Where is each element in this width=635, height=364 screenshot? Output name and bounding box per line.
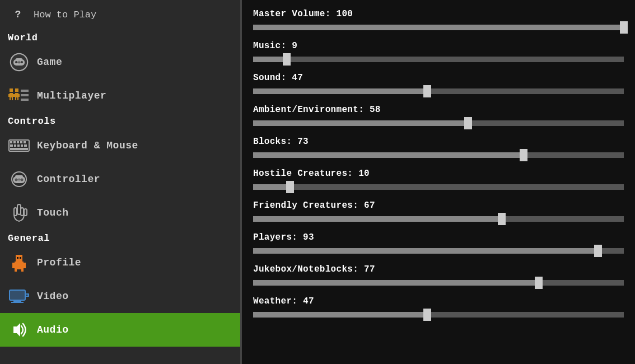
question-icon: ? <box>8 4 28 25</box>
audio-icon <box>8 319 30 341</box>
slider-track-weather[interactable] <box>253 309 624 320</box>
slider-label-friendly-creatures: Friendly Creatures: 67 <box>253 200 624 211</box>
svg-rect-27 <box>20 141 22 143</box>
sidebar-item-game[interactable]: Game <box>0 45 240 79</box>
svg-rect-3 <box>16 58 22 60</box>
svg-rect-28 <box>24 141 26 143</box>
svg-rect-41 <box>17 180 21 180</box>
slider-label-blocks: Blocks: 73 <box>253 137 624 147</box>
svg-rect-46 <box>16 255 22 262</box>
slider-track-jukebox[interactable] <box>253 277 624 288</box>
slider-track-players[interactable] <box>253 245 624 256</box>
svg-rect-22 <box>21 99 29 101</box>
svg-rect-51 <box>21 269 24 272</box>
slider-thumb-sound[interactable] <box>423 85 431 97</box>
slider-row-music: Music: 9 <box>253 41 624 65</box>
slider-row-blocks: Blocks: 73 <box>253 137 624 161</box>
svg-rect-24 <box>10 141 12 143</box>
svg-rect-25 <box>13 141 16 143</box>
svg-rect-32 <box>21 144 23 147</box>
slider-thumb-weather[interactable] <box>423 309 431 321</box>
svg-rect-52 <box>17 257 18 259</box>
general-section-header: General <box>0 230 240 246</box>
slider-row-master-volume: Master Volume: 100 <box>253 9 624 33</box>
slider-thumb-hostile-creatures[interactable] <box>286 181 294 193</box>
profile-icon <box>8 251 30 274</box>
svg-rect-31 <box>17 144 20 147</box>
sidebar-item-multiplayer[interactable]: Multiplayer <box>0 79 240 113</box>
svg-rect-47 <box>15 262 24 269</box>
slider-label-weather: Weather: 47 <box>253 296 624 306</box>
svg-rect-15 <box>15 93 18 97</box>
sidebar-item-audio[interactable]: Audio <box>0 313 240 347</box>
svg-rect-34 <box>10 148 28 150</box>
slider-label-ambient: Ambient/Environment: 58 <box>253 105 624 115</box>
slider-row-players: Players: 93 <box>253 232 624 256</box>
audio-label: Audio <box>37 324 69 335</box>
svg-rect-16 <box>14 94 15 97</box>
svg-rect-17 <box>18 94 20 97</box>
svg-point-39 <box>21 179 24 181</box>
svg-rect-10 <box>8 94 10 97</box>
slider-label-jukebox: Jukebox/Noteblocks: 77 <box>253 264 624 274</box>
svg-rect-55 <box>10 291 25 300</box>
slider-track-blocks[interactable] <box>253 150 624 161</box>
touch-label: Touch <box>37 207 69 218</box>
svg-rect-12 <box>10 97 11 100</box>
sidebar-item-controller[interactable]: Controller <box>0 162 240 196</box>
slider-label-players: Players: 93 <box>253 232 624 242</box>
profile-label: Profile <box>37 257 81 268</box>
slider-thumb-blocks[interactable] <box>520 149 527 161</box>
slider-thumb-music[interactable] <box>283 53 291 66</box>
slider-row-hostile-creatures: Hostile Creatures: 10 <box>253 169 624 193</box>
video-icon <box>8 285 30 307</box>
how-to-play-item[interactable]: ? How to Play <box>0 0 240 29</box>
slider-thumb-players[interactable] <box>594 245 602 257</box>
svg-rect-33 <box>24 144 27 147</box>
svg-rect-8 <box>10 88 13 92</box>
svg-rect-30 <box>14 144 16 147</box>
slider-row-jukebox: Jukebox/Noteblocks: 77 <box>253 264 624 288</box>
svg-rect-29 <box>10 144 13 147</box>
svg-rect-50 <box>15 269 17 272</box>
slider-thumb-friendly-creatures[interactable] <box>498 213 506 225</box>
svg-point-5 <box>21 61 23 63</box>
sidebar-item-profile[interactable]: Profile <box>0 246 240 279</box>
svg-rect-58 <box>9 292 10 298</box>
slider-row-weather: Weather: 47 <box>253 296 624 320</box>
slider-label-sound: Sound: 47 <box>253 73 624 83</box>
controller-label: Controller <box>37 174 100 185</box>
slider-label-music: Music: 9 <box>253 41 624 51</box>
sidebar-item-touch[interactable]: Touch <box>0 196 240 230</box>
svg-rect-7 <box>17 62 21 63</box>
slider-label-hostile-creatures: Hostile Creatures: 10 <box>253 169 624 179</box>
slider-label-master-volume: Master Volume: 100 <box>253 9 624 19</box>
sidebar-item-keyboard-mouse[interactable]: Keyboard & Mouse <box>0 129 240 162</box>
slider-track-sound[interactable] <box>253 86 624 97</box>
controls-section-header: Controls <box>0 113 240 129</box>
slider-track-master-volume[interactable] <box>253 22 624 33</box>
slider-track-hostile-creatures[interactable] <box>253 181 624 193</box>
svg-rect-43 <box>14 208 17 216</box>
sidebar: ? How to Play World Game <box>0 0 242 364</box>
slider-thumb-jukebox[interactable] <box>535 277 543 289</box>
slider-track-friendly-creatures[interactable] <box>253 213 624 225</box>
svg-rect-11 <box>13 94 14 97</box>
svg-marker-61 <box>13 323 20 337</box>
slider-thumb-ambient[interactable] <box>464 117 472 129</box>
sidebar-item-video[interactable]: Video <box>0 279 240 313</box>
svg-rect-53 <box>20 257 21 259</box>
multiplayer-icon <box>8 85 30 107</box>
slider-track-music[interactable] <box>253 54 624 65</box>
svg-rect-18 <box>15 97 16 100</box>
video-label: Video <box>37 291 69 302</box>
game-icon <box>8 51 30 73</box>
slider-row-friendly-creatures: Friendly Creatures: 67 <box>253 200 624 225</box>
slider-track-ambient[interactable] <box>253 118 624 129</box>
slider-thumb-master-volume[interactable] <box>620 21 628 34</box>
svg-rect-21 <box>21 94 29 96</box>
controller-icon <box>8 168 30 190</box>
svg-rect-9 <box>10 93 13 97</box>
slider-row-sound: Sound: 47 <box>253 73 624 97</box>
slider-row-ambient: Ambient/Environment: 58 <box>253 105 624 129</box>
